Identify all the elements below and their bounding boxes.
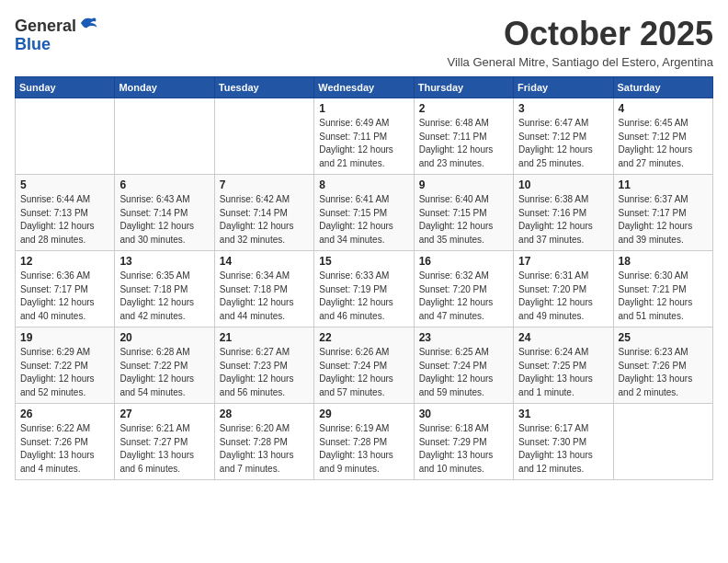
day-info: Sunrise: 6:43 AM Sunset: 7:14 PM Dayligh… <box>119 193 209 247</box>
calendar-cell: 20Sunrise: 6:28 AM Sunset: 7:22 PM Dayli… <box>115 327 214 404</box>
logo: General Blue <box>15 15 98 54</box>
day-number: 23 <box>419 331 508 344</box>
day-info: Sunrise: 6:41 AM Sunset: 7:15 PM Dayligh… <box>319 193 408 247</box>
weekday-header-sunday: Sunday <box>16 77 115 98</box>
day-info: Sunrise: 6:23 AM Sunset: 7:26 PM Dayligh… <box>619 346 708 399</box>
calendar-cell: 10Sunrise: 6:38 AM Sunset: 7:16 PM Dayli… <box>514 175 613 251</box>
calendar-cell: 25Sunrise: 6:23 AM Sunset: 7:26 PM Dayli… <box>613 327 712 404</box>
calendar-cell: 24Sunrise: 6:24 AM Sunset: 7:25 PM Dayli… <box>514 327 613 404</box>
calendar-cell: 16Sunrise: 6:32 AM Sunset: 7:20 PM Dayli… <box>414 251 513 327</box>
day-info: Sunrise: 6:31 AM Sunset: 7:20 PM Dayligh… <box>518 270 608 323</box>
calendar-week-row: 5Sunrise: 6:44 AM Sunset: 7:13 PM Daylig… <box>16 175 713 251</box>
logo-blue-text: Blue <box>15 35 51 53</box>
calendar-cell: 8Sunrise: 6:41 AM Sunset: 7:15 PM Daylig… <box>314 175 414 251</box>
day-number: 24 <box>518 331 608 344</box>
calendar-week-row: 19Sunrise: 6:29 AM Sunset: 7:22 PM Dayli… <box>16 327 713 404</box>
day-info: Sunrise: 6:35 AM Sunset: 7:18 PM Dayligh… <box>119 270 209 323</box>
title-block: October 2025 Villa General Mitre, Santia… <box>447 15 713 69</box>
calendar-cell: 27Sunrise: 6:21 AM Sunset: 7:27 PM Dayli… <box>115 404 214 480</box>
calendar-cell: 19Sunrise: 6:29 AM Sunset: 7:22 PM Dayli… <box>16 327 115 404</box>
day-number: 7 <box>220 178 309 191</box>
day-info: Sunrise: 6:45 AM Sunset: 7:12 PM Dayligh… <box>619 117 708 170</box>
day-info: Sunrise: 6:21 AM Sunset: 7:27 PM Dayligh… <box>119 422 209 476</box>
calendar-cell: 4Sunrise: 6:45 AM Sunset: 7:12 PM Daylig… <box>613 98 712 175</box>
day-info: Sunrise: 6:38 AM Sunset: 7:16 PM Dayligh… <box>518 193 608 247</box>
day-number: 28 <box>220 408 309 420</box>
day-number: 18 <box>619 255 708 268</box>
calendar-cell: 5Sunrise: 6:44 AM Sunset: 7:13 PM Daylig… <box>16 175 115 251</box>
weekday-header-friday: Friday <box>514 77 613 98</box>
day-info: Sunrise: 6:42 AM Sunset: 7:14 PM Dayligh… <box>220 193 309 247</box>
calendar-cell: 26Sunrise: 6:22 AM Sunset: 7:26 PM Dayli… <box>16 404 115 480</box>
day-number: 2 <box>419 102 508 115</box>
day-number: 14 <box>220 255 309 268</box>
day-number: 15 <box>319 255 408 268</box>
weekday-header-wednesday: Wednesday <box>314 77 414 98</box>
day-info: Sunrise: 6:22 AM Sunset: 7:26 PM Dayligh… <box>20 422 109 476</box>
day-info: Sunrise: 6:17 AM Sunset: 7:30 PM Dayligh… <box>518 422 608 476</box>
weekday-header-thursday: Thursday <box>414 77 513 98</box>
calendar-week-row: 12Sunrise: 6:36 AM Sunset: 7:17 PM Dayli… <box>16 251 713 327</box>
day-info: Sunrise: 6:49 AM Sunset: 7:11 PM Dayligh… <box>319 117 408 170</box>
day-info: Sunrise: 6:20 AM Sunset: 7:28 PM Dayligh… <box>220 422 309 476</box>
calendar-cell: 30Sunrise: 6:18 AM Sunset: 7:29 PM Dayli… <box>414 404 513 480</box>
day-info: Sunrise: 6:26 AM Sunset: 7:24 PM Dayligh… <box>319 346 408 399</box>
month-title: October 2025 <box>447 15 713 53</box>
calendar-cell: 31Sunrise: 6:17 AM Sunset: 7:30 PM Dayli… <box>514 404 613 480</box>
day-info: Sunrise: 6:37 AM Sunset: 7:17 PM Dayligh… <box>619 193 708 247</box>
day-number: 16 <box>419 255 508 268</box>
calendar-cell: 7Sunrise: 6:42 AM Sunset: 7:14 PM Daylig… <box>214 175 313 251</box>
weekday-header-row: SundayMondayTuesdayWednesdayThursdayFrid… <box>16 77 713 98</box>
calendar-cell: 2Sunrise: 6:48 AM Sunset: 7:11 PM Daylig… <box>414 98 513 175</box>
calendar-cell: 12Sunrise: 6:36 AM Sunset: 7:17 PM Dayli… <box>16 251 115 327</box>
calendar-week-row: 26Sunrise: 6:22 AM Sunset: 7:26 PM Dayli… <box>16 404 713 480</box>
day-info: Sunrise: 6:29 AM Sunset: 7:22 PM Dayligh… <box>20 346 109 399</box>
calendar-cell: 14Sunrise: 6:34 AM Sunset: 7:18 PM Dayli… <box>214 251 313 327</box>
day-info: Sunrise: 6:36 AM Sunset: 7:17 PM Dayligh… <box>20 270 109 323</box>
location-subtitle: Villa General Mitre, Santiago del Estero… <box>447 55 713 69</box>
calendar-cell: 3Sunrise: 6:47 AM Sunset: 7:12 PM Daylig… <box>514 98 613 175</box>
day-number: 17 <box>518 255 608 268</box>
calendar-cell <box>115 98 214 175</box>
day-number: 1 <box>319 102 408 115</box>
day-info: Sunrise: 6:40 AM Sunset: 7:15 PM Dayligh… <box>419 193 508 247</box>
day-info: Sunrise: 6:25 AM Sunset: 7:24 PM Dayligh… <box>419 346 508 399</box>
day-info: Sunrise: 6:33 AM Sunset: 7:19 PM Dayligh… <box>319 270 408 323</box>
day-number: 27 <box>119 408 209 420</box>
page-header: General Blue October 2025 Villa General … <box>15 15 713 69</box>
day-number: 5 <box>20 178 109 191</box>
day-number: 22 <box>319 331 408 344</box>
calendar-cell: 23Sunrise: 6:25 AM Sunset: 7:24 PM Dayli… <box>414 327 513 404</box>
day-number: 12 <box>20 255 109 268</box>
logo-bird-icon <box>78 15 98 31</box>
day-number: 31 <box>518 408 608 420</box>
day-number: 8 <box>319 178 408 191</box>
day-info: Sunrise: 6:48 AM Sunset: 7:11 PM Dayligh… <box>419 117 508 170</box>
day-number: 11 <box>619 178 708 191</box>
calendar-cell: 21Sunrise: 6:27 AM Sunset: 7:23 PM Dayli… <box>214 327 313 404</box>
weekday-header-saturday: Saturday <box>613 77 712 98</box>
calendar-cell: 13Sunrise: 6:35 AM Sunset: 7:18 PM Dayli… <box>115 251 214 327</box>
calendar-cell: 15Sunrise: 6:33 AM Sunset: 7:19 PM Dayli… <box>314 251 414 327</box>
day-number: 6 <box>119 178 209 191</box>
day-info: Sunrise: 6:47 AM Sunset: 7:12 PM Dayligh… <box>518 117 608 170</box>
calendar-cell <box>16 98 115 175</box>
day-info: Sunrise: 6:27 AM Sunset: 7:23 PM Dayligh… <box>220 346 309 399</box>
day-info: Sunrise: 6:24 AM Sunset: 7:25 PM Dayligh… <box>518 346 608 399</box>
day-number: 20 <box>119 331 209 344</box>
day-info: Sunrise: 6:19 AM Sunset: 7:28 PM Dayligh… <box>319 422 408 476</box>
calendar-cell: 17Sunrise: 6:31 AM Sunset: 7:20 PM Dayli… <box>514 251 613 327</box>
day-number: 21 <box>220 331 309 344</box>
calendar-week-row: 1Sunrise: 6:49 AM Sunset: 7:11 PM Daylig… <box>16 98 713 175</box>
calendar-cell: 9Sunrise: 6:40 AM Sunset: 7:15 PM Daylig… <box>414 175 513 251</box>
day-number: 10 <box>518 178 608 191</box>
day-number: 25 <box>619 331 708 344</box>
calendar-cell <box>214 98 313 175</box>
day-number: 3 <box>518 102 608 115</box>
day-info: Sunrise: 6:34 AM Sunset: 7:18 PM Dayligh… <box>220 270 309 323</box>
day-info: Sunrise: 6:30 AM Sunset: 7:21 PM Dayligh… <box>619 270 708 323</box>
day-number: 13 <box>119 255 209 268</box>
day-number: 9 <box>419 178 508 191</box>
day-number: 26 <box>20 408 109 420</box>
calendar-cell: 18Sunrise: 6:30 AM Sunset: 7:21 PM Dayli… <box>613 251 712 327</box>
